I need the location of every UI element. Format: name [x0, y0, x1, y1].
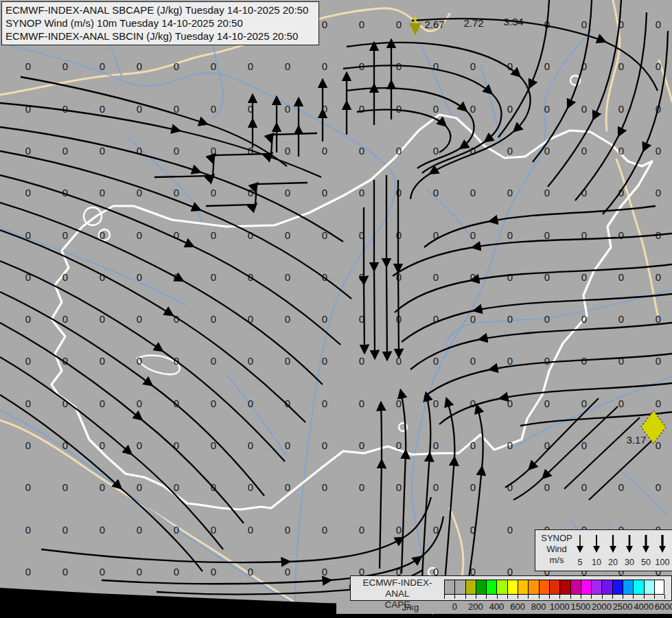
grid-value: 0: [470, 103, 476, 115]
grid-value: 0: [137, 439, 142, 451]
grid-value: 0: [359, 355, 364, 367]
grid-value: 0: [25, 60, 31, 72]
grid-value: 0: [25, 145, 31, 157]
grid-value: 0: [100, 145, 105, 157]
cape-scale-tick: [465, 595, 466, 599]
wind-legend: SYNOP Wind m/s 510203050100: [535, 529, 672, 571]
wind-streamline: [21, 77, 287, 166]
grid-value: 0: [544, 398, 550, 409]
grid-value: 0: [100, 229, 105, 241]
grid-value: 0: [470, 229, 476, 241]
cape-scale-tick: [486, 595, 487, 599]
grid-value: 0: [25, 524, 31, 536]
grid-value: 0: [211, 187, 216, 198]
grid-value: 0: [396, 355, 402, 367]
grid-value: 0: [62, 271, 68, 283]
cape-scale-tick: [644, 595, 645, 599]
grid-value: 0: [211, 355, 216, 367]
grid-value: 0: [62, 229, 68, 241]
grid-value: 0: [100, 271, 105, 283]
grid-value: 0: [618, 313, 624, 325]
cape-scale-tick: [454, 595, 455, 599]
wind-streamline: [343, 65, 501, 173]
grid-value: 0: [433, 187, 439, 198]
cape-color-swatch: [570, 580, 581, 595]
wind-legend-line1: SYNOP: [540, 533, 573, 544]
wind-streamline: [374, 180, 375, 357]
grid-value: 0: [618, 481, 624, 493]
wind-streamline: [0, 103, 321, 177]
cape-color-swatch: [601, 580, 612, 595]
grid-value: 0: [285, 439, 290, 451]
wind-streamline: [422, 394, 430, 578]
cape-scale-label: 400: [489, 602, 505, 612]
cape-color-swatch: [549, 580, 559, 595]
wind-speed-label: 30: [621, 558, 638, 567]
grid-value: 0: [396, 398, 402, 409]
cape-legend-model: ECMWF-INDEX-ANAL: [354, 577, 441, 599]
grid-value: 0: [137, 481, 142, 493]
grid-value: 0: [174, 187, 179, 198]
streamlines-layer: [0, 0, 672, 594]
grid-value: 0: [507, 398, 513, 409]
grid-value: 0: [656, 187, 661, 198]
grid-value: 0: [433, 481, 439, 493]
yellow-obs-layer: [415, 16, 666, 444]
grid-value: 0: [285, 355, 290, 367]
grid-value: 0: [100, 60, 105, 72]
grid-value: 0: [507, 439, 513, 451]
cape-color-swatch: [644, 580, 654, 595]
grid-value: 0: [137, 566, 142, 577]
wind-streamline: [398, 180, 399, 356]
cape-scale-label: 6000: [655, 602, 672, 612]
grid-value: 0: [285, 313, 290, 325]
grid-value: 0: [433, 355, 439, 367]
cape-color-swatch: [496, 580, 507, 595]
wind-speed-label: 20: [604, 558, 622, 567]
grid-value: 0: [137, 187, 142, 198]
grid-value: 0: [285, 566, 290, 577]
grid-value: 0: [507, 229, 513, 241]
border-detail: [84, 207, 102, 225]
wind-streamline: [0, 323, 244, 523]
grid-value: 0: [137, 524, 142, 536]
river: [445, 290, 672, 345]
cape-scale-tick: [549, 595, 550, 599]
grid-value: 0: [618, 103, 624, 115]
grid-value: 0: [174, 145, 179, 157]
grid-value: 0: [137, 229, 142, 241]
grid-value: 0: [137, 271, 142, 283]
grid-value: 0: [544, 187, 550, 198]
cape-color-swatch: [612, 580, 623, 595]
cape-scale-label: 600: [510, 602, 525, 612]
title-line-1: ECMWF-INDEX-ANAL SBCAPE (J/kg) Tuesday 1…: [5, 3, 315, 16]
grid-value: 0: [507, 355, 513, 367]
wind-legend-line3: m/s: [540, 555, 573, 566]
wind-legend-title: SYNOP Wind m/s: [540, 533, 573, 566]
grid-value: 0: [100, 103, 105, 115]
grid-value: 0: [470, 481, 476, 493]
grid-value: 0: [359, 481, 364, 493]
grid-value: 0: [656, 313, 661, 325]
wind-streamline: [364, 207, 364, 352]
cape-color-swatch: [528, 580, 538, 595]
wind-streamline: [402, 294, 672, 342]
cape-scale-label: 800: [531, 602, 546, 612]
grid-value: 0: [581, 481, 587, 493]
grid-value: 0: [656, 439, 661, 451]
cape-color-swatch: [559, 580, 570, 595]
weather-map-canvas: 0000000000000000000000000000000000000000…: [0, 0, 672, 618]
grid-value: 0: [470, 60, 476, 72]
grid-value: 0: [62, 60, 68, 72]
wind-speed-arrow-icon: [658, 534, 667, 553]
cape-scale-label: 4000: [634, 602, 653, 612]
grid-value: 0: [285, 271, 290, 283]
grid-value: 0: [248, 524, 253, 536]
grid-value: 0: [581, 103, 587, 115]
grid-value: 0: [100, 313, 105, 325]
foreign-border: [0, 420, 329, 618]
cape-scale-tick: [591, 595, 592, 599]
grid-value: 0: [359, 145, 364, 157]
wind-streamline: [589, 433, 660, 500]
grid-value: 0: [618, 398, 624, 409]
